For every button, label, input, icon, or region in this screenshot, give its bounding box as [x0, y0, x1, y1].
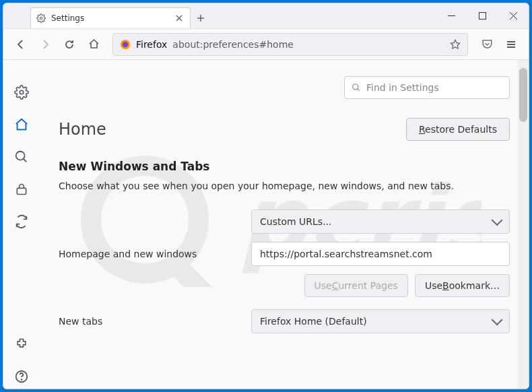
svg-point-3 — [40, 17, 42, 20]
pocket-button[interactable] — [476, 34, 498, 55]
svg-marker-14 — [451, 40, 459, 48]
firefox-icon — [120, 39, 131, 50]
svg-rect-9 — [479, 13, 486, 20]
svg-point-18 — [20, 90, 24, 94]
back-button[interactable] — [10, 34, 32, 55]
reload-button[interactable] — [59, 34, 80, 55]
use-bookmark-button[interactable]: Use Bookmark… — [415, 274, 510, 297]
homepage-url-input[interactable] — [251, 242, 510, 266]
section-title: New Windows and Tabs — [59, 160, 510, 173]
sidebar-search[interactable] — [9, 145, 34, 169]
select-value: Custom URLs... — [260, 216, 332, 227]
titlebar: Settings — [3, 3, 529, 29]
search-icon — [352, 83, 361, 92]
page-title: Home — [59, 120, 106, 139]
toolbar: Firefox about:preferences#home — [3, 29, 529, 60]
settings-search-input[interactable]: Find in Settings — [344, 76, 510, 99]
new-tab-button[interactable] — [191, 7, 211, 28]
svg-point-23 — [22, 379, 22, 380]
home-button[interactable] — [83, 34, 104, 55]
identity-label: Firefox — [136, 39, 167, 50]
url-text: about:preferences#home — [172, 39, 294, 50]
sidebar-privacy[interactable] — [9, 177, 34, 201]
use-current-pages-button[interactable]: Use Current Pages — [304, 274, 408, 297]
gear-icon — [36, 13, 46, 23]
svg-line-25 — [358, 89, 360, 91]
sidebar-sync[interactable] — [9, 209, 34, 234]
close-icon[interactable] — [174, 13, 185, 24]
window-controls — [436, 3, 529, 28]
select-value: Firefox Home (Default) — [260, 316, 367, 327]
newtabs-label: New tabs — [59, 316, 243, 327]
sidebar-help[interactable] — [9, 364, 34, 389]
svg-point-19 — [16, 152, 25, 160]
browser-tab[interactable]: Settings — [30, 7, 191, 28]
sidebar-home[interactable] — [9, 112, 34, 137]
newtabs-select[interactable]: Firefox Home (Default) — [251, 309, 510, 333]
sidebar-extensions[interactable] — [9, 332, 34, 356]
svg-rect-21 — [17, 188, 26, 194]
sidebar-general[interactable] — [9, 80, 34, 104]
settings-main: Find in Settings Home Restore Defaults N… — [40, 60, 529, 389]
homepage-mode-select[interactable]: Custom URLs... — [251, 209, 510, 234]
section-description: Choose what you see when you open your h… — [59, 180, 510, 193]
restore-defaults-button[interactable]: Restore Defaults — [406, 118, 510, 141]
maximize-button[interactable] — [467, 3, 498, 28]
settings-sidebar — [3, 60, 40, 389]
minimize-button[interactable] — [436, 3, 467, 28]
search-placeholder: Find in Settings — [366, 82, 439, 93]
menu-button[interactable] — [500, 34, 522, 55]
svg-point-13 — [123, 42, 128, 47]
homepage-label: Homepage and new windows — [59, 249, 243, 259]
forward-button[interactable] — [34, 34, 56, 55]
bookmark-star-icon[interactable] — [450, 39, 461, 50]
url-bar[interactable]: Firefox about:preferences#home — [112, 33, 468, 56]
tab-title: Settings — [51, 13, 84, 23]
browser-window: pcrisk Settings Firefox about:preference… — [3, 3, 529, 389]
content-area: Find in Settings Home Restore Defaults N… — [3, 60, 529, 389]
svg-line-20 — [24, 159, 27, 162]
close-button[interactable] — [498, 3, 529, 28]
svg-point-24 — [353, 84, 358, 90]
